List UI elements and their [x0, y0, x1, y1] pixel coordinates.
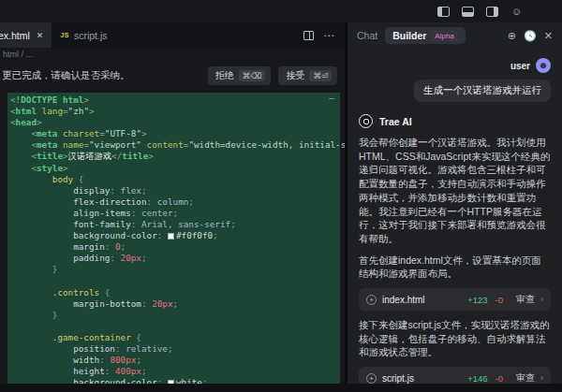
file-name: script.js [382, 373, 462, 384]
history-icon[interactable]: 🕓 [524, 31, 537, 41]
file-name: index.html [382, 295, 462, 305]
accept-shortcut: ⌘⏎ [309, 70, 332, 81]
user-name: user [510, 61, 530, 71]
collapse-diff-icon[interactable]: – [329, 92, 334, 103]
tab-index-html[interactable]: ex.html ✕ [0, 22, 52, 48]
tab-chat[interactable]: Chat [357, 30, 377, 41]
assistant-paragraph: 首先创建index.html文件，设置基本的页面结构和游戏界面布局。 [359, 254, 551, 281]
tab-script-js[interactable]: JS script.js [52, 22, 115, 48]
review-link[interactable]: 审查 [516, 371, 535, 384]
account-icon[interactable]: ☺ [510, 6, 523, 18]
diff-added-block: – <!DOCTYPE html><html lang="zh"><head> … [7, 93, 340, 384]
tab-builder[interactable]: Builder Alpha [385, 27, 466, 44]
user-message-bubble: 生成一个汉诺塔游戏并运行 [414, 80, 551, 102]
chat-messages: user ☻ 生成一个汉诺塔游戏并运行 Trae AI 我会帮你创建一个汉诺塔游… [348, 49, 562, 384]
assistant-paragraph: 我会帮你创建一个汉诺塔游戏。我计划使用HTML、CSS和JavaScript来实… [359, 136, 551, 246]
assistant-paragraph: 接下来创建script.js文件，实现汉诺塔游戏的核心逻辑，包括盘子的移动、自动… [359, 318, 551, 359]
additions-count: +123 [467, 295, 487, 305]
additions-count: +146 [467, 373, 487, 384]
tab-label: script.js [74, 30, 108, 41]
javascript-file-icon: JS [60, 32, 69, 38]
close-panel-icon[interactable]: ✕ [544, 31, 553, 41]
app-window: ☺ ex.html ✕ JS script.js ⋯ html / ... [0, 0, 562, 392]
chevron-right-icon: › [540, 373, 543, 383]
deletions-count: -0 [495, 295, 503, 305]
ai-chat-panel: Chat Builder Alpha ⊕ 🕓 ✕ user ☻ 生成一个汉诺塔游… [348, 22, 562, 384]
window-topbar: ☺ [0, 0, 562, 22]
diff-review-message: 更已完成，请确认是否采纳。 [2, 69, 130, 82]
user-avatar: ☻ [536, 58, 551, 73]
accept-button[interactable]: 接受 ⌘⏎ [278, 66, 337, 85]
expand-file-icon[interactable]: + [366, 373, 377, 384]
diff-review-bar: 更已完成，请确认是否采纳。 拒绝 ⌘⌫ 接受 ⌘⏎ [0, 62, 345, 89]
reject-shortcut: ⌘⌫ [239, 70, 266, 81]
code-editor[interactable]: – <!DOCTYPE html><html lang="zh"><head> … [0, 89, 345, 384]
more-actions-icon[interactable]: ⋯ [323, 31, 335, 40]
close-tab-icon[interactable]: ✕ [37, 31, 44, 40]
code-lines: <!DOCTYPE html><html lang="zh"><head> <m… [10, 94, 340, 384]
breadcrumb[interactable]: html / ... [0, 48, 345, 62]
review-link[interactable]: 审查 [516, 293, 535, 306]
tab-label: ex.html [0, 30, 30, 41]
expand-file-icon[interactable]: + [366, 295, 377, 305]
split-editor-icon[interactable] [303, 31, 314, 40]
deletions-count: -0 [495, 373, 503, 384]
user-message-header: user ☻ [359, 58, 551, 73]
reject-button[interactable]: 拒绝 ⌘⌫ [208, 66, 272, 85]
file-card-script-js[interactable]: + script.js +146 -0 审查 › [359, 367, 551, 384]
new-chat-icon[interactable]: ⊕ [508, 31, 516, 41]
toggle-bottom-panel-icon[interactable] [462, 7, 474, 17]
chevron-right-icon: › [540, 295, 543, 304]
toggle-right-panel-icon[interactable] [486, 7, 498, 17]
chat-header: Chat Builder Alpha ⊕ 🕓 ✕ [348, 22, 562, 49]
editor-tabbar: ex.html ✕ JS script.js ⋯ [0, 22, 345, 48]
toggle-left-panel-icon[interactable] [437, 7, 450, 17]
alpha-badge: Alpha [431, 31, 457, 41]
assistant-name: Trae AI [379, 116, 412, 127]
assistant-header: Trae AI [359, 114, 551, 128]
bottom-strip [0, 384, 562, 392]
editor-pane: ex.html ✕ JS script.js ⋯ html / ... 更已完成… [0, 22, 345, 384]
file-card-index-html[interactable]: + index.html +123 -0 审查 › [359, 288, 551, 311]
trae-ai-logo-icon [359, 114, 373, 128]
